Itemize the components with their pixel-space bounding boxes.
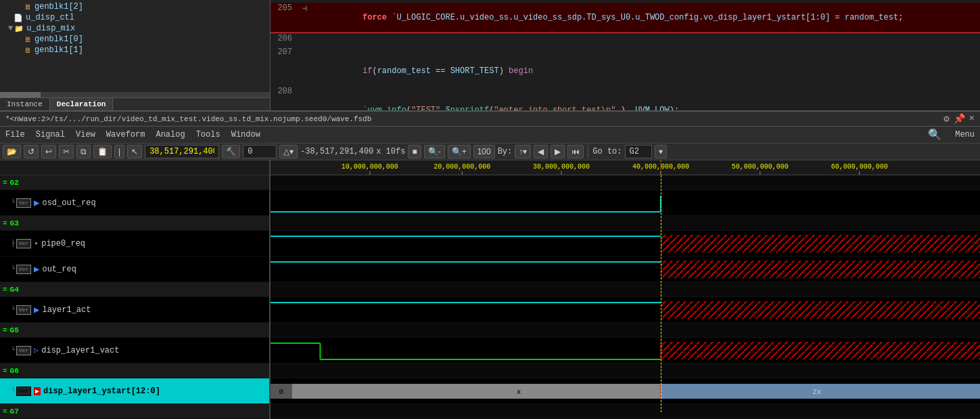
tree-line: └ — [11, 387, 15, 395]
tab-instance[interactable]: Instance — [0, 98, 50, 110]
tree-item-genblk1-2[interactable]: 🗎 genblk1[2] — [0, 1, 270, 12]
svg-text:20,000,000,000: 20,000,000,000 — [434, 163, 490, 171]
menu-waveform[interactable]: Waveform — [106, 130, 145, 139]
copy-button[interactable]: ⧉ — [76, 145, 91, 158]
zoom-out-button[interactable]: 🔍- — [424, 145, 445, 158]
signal-type-icon: Ver — [16, 265, 31, 274]
zoom-100-button[interactable]: 100 — [473, 145, 495, 158]
signal-panel: = G2 └ Ver ▶ osd_out_req = G3 ├ — [0, 160, 271, 419]
group-header-g2[interactable]: = G2 — [0, 175, 269, 190]
unit-btn[interactable]: ■ — [408, 145, 421, 158]
line-code[interactable]: `uvm_info("TEST",$psprintf("enter into s… — [311, 87, 980, 110]
by-value-button[interactable]: ↑▾ — [515, 145, 531, 158]
group-header-g4[interactable]: = G4 — [0, 282, 269, 297]
line-code[interactable]: force `U_LOGIC_CORE.u_video_ss.u_video_s… — [311, 3, 980, 32]
group-header-g5[interactable]: = G5 — [0, 323, 269, 338]
svg-text:0: 0 — [279, 388, 283, 396]
expand-icon: = — [3, 179, 7, 187]
expand-icon: = — [3, 286, 7, 294]
horizontal-scrollbar[interactable] — [0, 92, 270, 97]
group-label: G4 — [10, 286, 19, 294]
waveform-svg-disp-layer1-ystart: x 2x 0 — [271, 378, 980, 404]
separator — [588, 145, 588, 158]
signal-type-icon: Ver — [16, 387, 31, 396]
play-button[interactable]: ▶ — [551, 145, 565, 158]
line-code[interactable]: if(random_test == SHORT_TEST) begin — [311, 47, 980, 85]
wave-row-osd-out-req — [271, 190, 980, 216]
step-back-button[interactable]: ◀ — [534, 145, 548, 158]
separator-btn[interactable]: | — [114, 145, 124, 158]
delta-input[interactable] — [243, 145, 277, 158]
zoom-in-button[interactable]: 🔍+ — [448, 145, 471, 158]
pin-icon[interactable]: 📌 — [954, 113, 965, 125]
signal-direction-icon: ▶ — [34, 197, 39, 208]
line-number: 206 — [271, 34, 298, 43]
wave-row-disp-layer1-ystart: x 2x 0 — [271, 378, 980, 404]
tree-label: u_disp_ctl — [26, 13, 74, 22]
tree-line: └ — [11, 265, 15, 273]
ruler-svg: 10,000,000,000 20,000,000,000 30,000,000… — [271, 160, 980, 175]
scrollbar-thumb[interactable] — [0, 92, 41, 97]
svg-text:x: x — [517, 388, 521, 396]
wave-group-g7 — [271, 404, 980, 419]
wave-row-disp-layer1-vact — [271, 338, 980, 363]
signal-type-icon: Ver — [16, 346, 31, 355]
signal-name: disp_layer1_vact — [41, 346, 119, 355]
wave-area: *<nWave:2>/ts/.../run_dir/video_td_mix_t… — [0, 112, 980, 419]
tree-line: ├ — [11, 240, 15, 247]
settings-icon[interactable]: ⚙ — [943, 113, 949, 125]
menu-view[interactable]: View — [76, 130, 95, 139]
cursor-line — [661, 175, 661, 412]
wave-title: *<nWave:2>/ts/.../run_dir/video_td_mix_t… — [5, 115, 371, 123]
hammer-button[interactable]: 🔨 — [222, 145, 240, 158]
signal-ruler — [0, 160, 269, 175]
cursor-time-input[interactable]: 38,517,291,400 — [145, 145, 219, 158]
signal-name: out_req — [42, 265, 76, 274]
svg-rect-29 — [661, 342, 980, 359]
signal-row-pipe0-req[interactable]: ├ Ver ▪ pipe0_req — [0, 231, 269, 257]
refresh-button[interactable]: ↺ — [24, 145, 39, 158]
signal-row-disp-layer1-vact[interactable]: └ Ver ▷ disp_layer1_vact — [0, 338, 269, 363]
step-fwd-button[interactable]: ⏮ — [567, 145, 584, 158]
wave-group-g2 — [271, 175, 980, 190]
signal-row-disp-layer1-ystart[interactable]: └ Ver ▶ disp_layer1_ystart[12:0] — [0, 378, 269, 404]
open-button[interactable]: 📂 — [3, 145, 21, 158]
wave-row-layer1-act — [271, 297, 980, 323]
goto-input[interactable] — [625, 145, 652, 158]
menu-file[interactable]: File — [5, 130, 25, 139]
paste-button[interactable]: 📋 — [93, 145, 112, 158]
menu-signal[interactable]: Signal — [36, 130, 65, 139]
signal-row-out-req[interactable]: └ Ver ▶ out_req — [0, 257, 269, 282]
cut-button[interactable]: ✂ — [59, 145, 74, 158]
group-label: G2 — [10, 179, 19, 187]
svg-text:50,000,000,000: 50,000,000,000 — [732, 163, 789, 171]
group-header-g7[interactable]: = G7 — [0, 404, 269, 419]
code-line-206: 206 — [271, 33, 980, 47]
tree-item-u-disp-ctl[interactable]: 📄 u_disp_ctl — [0, 12, 270, 23]
cursor-button[interactable]: ↖ — [127, 145, 142, 158]
group-header-g6[interactable]: = G6 — [0, 363, 269, 378]
menu-tools[interactable]: Tools — [196, 130, 220, 139]
close-icon[interactable]: × — [969, 113, 975, 125]
goto-dropdown-button[interactable]: ▾ — [655, 145, 667, 158]
menu-analog[interactable]: Analog — [156, 130, 185, 139]
signal-row-layer1-act[interactable]: └ Ver ▶ layer1_act — [0, 297, 269, 323]
search-icon[interactable]: 🔍 — [928, 128, 941, 141]
menu-window[interactable]: Window — [231, 130, 260, 139]
wave-group-g6 — [271, 363, 980, 378]
code-line-207: 207 if(random_test == SHORT_TEST) begin — [271, 47, 980, 86]
tab-declaration[interactable]: Declaration — [50, 98, 114, 110]
undo-button[interactable]: ↩ — [41, 145, 56, 158]
by-label: By: — [498, 147, 513, 156]
line-gutter: ⊣ — [298, 3, 311, 14]
tree-item-genblk1-0[interactable]: 🗎 genblk1[0] — [0, 34, 270, 45]
code-line-205: 205 ⊣ force `U_LOGIC_CORE.u_video_ss.u_v… — [271, 3, 980, 33]
tree-item-u-disp-mix[interactable]: ▼ 📁 u_disp_mix — [0, 23, 270, 34]
group-header-g3[interactable]: = G3 — [0, 216, 269, 231]
delta-up-button[interactable]: △▾ — [279, 145, 298, 158]
signal-row-osd-out-req[interactable]: └ Ver ▶ osd_out_req — [0, 190, 269, 216]
tree-item-genblk1-1[interactable]: 🗎 genblk1[1] — [0, 45, 270, 56]
line-number: 208 — [271, 87, 298, 96]
wave-main: = G2 └ Ver ▶ osd_out_req = G3 ├ — [0, 160, 980, 419]
unit-label: x 10fs — [376, 147, 405, 156]
